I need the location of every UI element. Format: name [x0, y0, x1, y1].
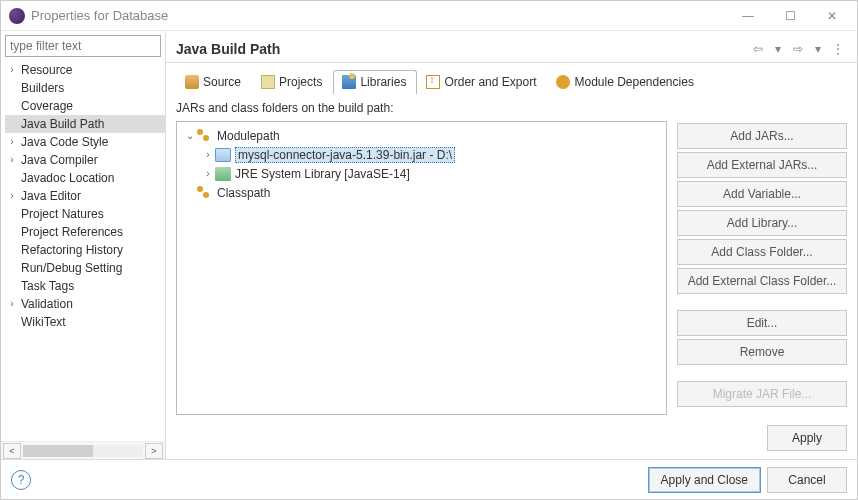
add-library-button[interactable]: Add Library... — [677, 210, 847, 236]
nav-item-run-debug-setting[interactable]: Run/Debug Setting — [5, 259, 165, 277]
tab-label: Source — [203, 75, 241, 89]
module-icon — [197, 129, 213, 143]
nav-item-project-natures[interactable]: Project Natures — [5, 205, 165, 223]
nav-item-javadoc-location[interactable]: Javadoc Location — [5, 169, 165, 187]
scroll-thumb[interactable] — [23, 445, 93, 457]
tree-row-label: Modulepath — [217, 129, 280, 143]
nav-item-coverage[interactable]: Coverage — [5, 97, 165, 115]
nav-item-label: Coverage — [19, 97, 75, 115]
tab-label: Libraries — [360, 75, 406, 89]
cancel-button[interactable]: Cancel — [767, 467, 847, 493]
src-icon — [185, 75, 199, 89]
minimize-button[interactable]: — — [727, 2, 769, 30]
tree-row[interactable]: ›JRE System Library [JavaSE-14] — [177, 164, 666, 183]
add-variable-button[interactable]: Add Variable... — [677, 181, 847, 207]
migrate-jar-button[interactable]: Migrate JAR File... — [677, 381, 847, 407]
libraries-caption: JARs and class folders on the build path… — [176, 93, 667, 121]
nav-item-builders[interactable]: Builders — [5, 79, 165, 97]
libraries-tree[interactable]: ⌄Modulepath›mysql-connector-java-5.1.39-… — [176, 121, 667, 415]
tab-order-and-export[interactable]: Order and Export — [417, 70, 547, 94]
add-external-jars-button[interactable]: Add External JARs... — [677, 152, 847, 178]
nav-item-project-references[interactable]: Project References — [5, 223, 165, 241]
nav-item-label: WikiText — [19, 313, 68, 331]
page-title: Java Build Path — [176, 41, 749, 57]
tree-row[interactable]: ›mysql-connector-java-5.1.39-bin.jar - D… — [177, 145, 666, 164]
left-sidebar: ›ResourceBuildersCoverageJava Build Path… — [1, 31, 166, 459]
tree-row[interactable]: ⌄Modulepath — [177, 126, 666, 145]
nav-item-label: Java Code Style — [19, 133, 110, 151]
prj-icon — [261, 75, 275, 89]
tree-row-label: mysql-connector-java-5.1.39-bin.jar - D:… — [235, 147, 455, 163]
apply-and-close-button[interactable]: Apply and Close — [648, 467, 761, 493]
nav-item-label: Java Build Path — [19, 115, 106, 133]
tab-module-dependencies[interactable]: Module Dependencies — [547, 70, 704, 94]
view-menu-icon[interactable]: ⋮ — [829, 42, 847, 56]
nav-item-task-tags[interactable]: Task Tags — [5, 277, 165, 295]
scroll-left-button[interactable]: < — [3, 443, 21, 459]
horizontal-scrollbar[interactable]: < > — [1, 441, 165, 459]
expand-arrow-icon: › — [5, 151, 19, 169]
close-button[interactable]: ✕ — [811, 2, 853, 30]
nav-item-wikitext[interactable]: WikiText — [5, 313, 165, 331]
nav-item-label: Refactoring History — [19, 241, 125, 259]
nav-item-refactoring-history[interactable]: Refactoring History — [5, 241, 165, 259]
tab-label: Module Dependencies — [574, 75, 693, 89]
nav-item-label: Java Editor — [19, 187, 83, 205]
nav-item-label: Builders — [19, 79, 66, 97]
expand-arrow-icon: › — [5, 187, 19, 205]
forward-menu-icon[interactable]: ▾ — [809, 42, 827, 56]
tree-row-label: JRE System Library [JavaSE-14] — [235, 167, 410, 181]
tab-libraries[interactable]: Libraries — [333, 70, 417, 94]
scroll-right-button[interactable]: > — [145, 443, 163, 459]
jre-icon — [215, 167, 231, 181]
nav-item-label: Validation — [19, 295, 75, 313]
tab-source[interactable]: Source — [176, 70, 252, 94]
nav-item-label: Project References — [19, 223, 125, 241]
maximize-button[interactable]: ☐ — [769, 2, 811, 30]
tree-row-label: Classpath — [217, 186, 270, 200]
remove-button[interactable]: Remove — [677, 339, 847, 365]
eclipse-icon — [9, 8, 25, 24]
jar-icon — [215, 148, 231, 162]
add-jars-button[interactable]: Add JARs... — [677, 123, 847, 149]
add-external-class-folder-button[interactable]: Add External Class Folder... — [677, 268, 847, 294]
module-icon — [197, 186, 213, 200]
nav-item-resource[interactable]: ›Resource — [5, 61, 165, 79]
tab-label: Projects — [279, 75, 322, 89]
title-bar: Properties for Database — ☐ ✕ — [1, 1, 857, 31]
edit-button[interactable]: Edit... — [677, 310, 847, 336]
tab-projects[interactable]: Projects — [252, 70, 333, 94]
tree-arrow-icon: › — [201, 149, 215, 160]
nav-item-java-editor[interactable]: ›Java Editor — [5, 187, 165, 205]
nav-tree[interactable]: ›ResourceBuildersCoverageJava Build Path… — [1, 61, 165, 441]
back-icon[interactable]: ⇦ — [749, 42, 767, 56]
apply-button[interactable]: Apply — [767, 425, 847, 451]
window-title: Properties for Database — [31, 8, 727, 23]
tree-row[interactable]: Classpath — [177, 183, 666, 202]
expand-arrow-icon: › — [5, 133, 19, 151]
nav-item-validation[interactable]: ›Validation — [5, 295, 165, 313]
scroll-track[interactable] — [23, 445, 143, 457]
expand-arrow-icon: › — [5, 61, 19, 79]
side-button-column: Add JARs... Add External JARs... Add Var… — [677, 93, 847, 415]
window-controls: — ☐ ✕ — [727, 2, 853, 30]
nav-item-java-build-path[interactable]: Java Build Path — [5, 115, 165, 133]
nav-item-java-compiler[interactable]: ›Java Compiler — [5, 151, 165, 169]
tree-arrow-icon: › — [201, 168, 215, 179]
tab-label: Order and Export — [444, 75, 536, 89]
ord-icon — [426, 75, 440, 89]
nav-item-label: Run/Debug Setting — [19, 259, 124, 277]
filter-input[interactable] — [5, 35, 161, 57]
dialog-footer: ? Apply and Close Cancel — [1, 459, 857, 499]
nav-item-label: Resource — [19, 61, 74, 79]
nav-item-label: Javadoc Location — [19, 169, 116, 187]
add-class-folder-button[interactable]: Add Class Folder... — [677, 239, 847, 265]
back-menu-icon[interactable]: ▾ — [769, 42, 787, 56]
forward-icon[interactable]: ⇨ — [789, 42, 807, 56]
help-icon[interactable]: ? — [11, 470, 31, 490]
nav-item-java-code-style[interactable]: ›Java Code Style — [5, 133, 165, 151]
nav-item-label: Task Tags — [19, 277, 76, 295]
tab-strip: SourceProjectsLibrariesOrder and ExportM… — [166, 63, 857, 93]
nav-item-label: Project Natures — [19, 205, 106, 223]
content-panel: Java Build Path ⇦ ▾ ⇨ ▾ ⋮ SourceProjects… — [166, 31, 857, 459]
